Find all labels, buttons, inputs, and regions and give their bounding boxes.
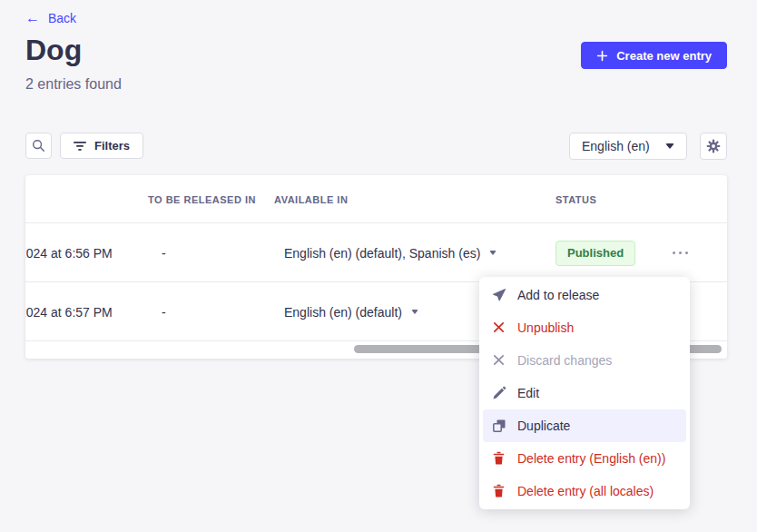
available-in-text: English (en) (default): [284, 305, 402, 320]
pencil-icon: [492, 386, 506, 400]
menu-item-label: Add to release: [517, 288, 599, 302]
cell-updated-at: 2024 at 6:56 PM: [25, 223, 113, 282]
plus-icon: [596, 50, 608, 62]
column-header-to-be-released-in: TO BE RELEASED IN: [148, 175, 256, 223]
menu-item-label: Edit: [517, 386, 539, 400]
table-row[interactable]: 2024 at 6:56 PM - English (en) (default)…: [25, 223, 727, 282]
paper-plane-icon: [492, 288, 506, 302]
cell-available-in: English (en) (default): [284, 282, 418, 341]
table-header-row: TO BE RELEASED IN AVAILABLE IN STATUS: [25, 175, 727, 223]
filters-button[interactable]: Filters: [60, 133, 143, 159]
search-button[interactable]: [25, 133, 52, 159]
back-link[interactable]: ← Back: [25, 11, 76, 25]
menu-item-add-to-release[interactable]: Add to release: [483, 279, 686, 311]
trash-icon: [492, 451, 506, 466]
page-title: Dog: [25, 34, 82, 67]
row-actions-context-menu: Add to release Unpublish Discard changes…: [479, 277, 690, 509]
column-header-available-in: AVAILABLE IN: [274, 175, 348, 223]
column-header-status: STATUS: [555, 175, 596, 223]
menu-item-label: Delete entry (English (en)): [517, 451, 665, 466]
chevron-down-icon[interactable]: [411, 310, 418, 314]
locale-select-value: English (en): [582, 139, 650, 153]
menu-item-label: Unpublish: [517, 320, 574, 335]
menu-item-delete-entry-all-locales[interactable]: Delete entry (all locales): [483, 475, 686, 507]
back-label: Back: [48, 11, 76, 25]
locale-select[interactable]: English (en): [569, 133, 687, 160]
menu-item-label: Delete entry (all locales): [517, 484, 654, 498]
create-new-entry-button[interactable]: Create new entry: [581, 42, 727, 69]
menu-item-label: Duplicate: [517, 419, 570, 433]
gear-icon: [706, 139, 721, 153]
arrow-left-icon: ←: [25, 11, 40, 25]
duplicate-icon: [492, 419, 506, 433]
search-icon: [32, 139, 45, 153]
cell-to-be-released-in: -: [162, 223, 166, 282]
create-new-entry-label: Create new entry: [616, 49, 712, 63]
menu-item-edit[interactable]: Edit: [483, 377, 686, 409]
menu-item-discard-changes[interactable]: Discard changes: [483, 344, 686, 377]
available-in-text: English (en) (default), Spanish (es): [284, 246, 480, 261]
entries-count: 2 entries found: [25, 76, 122, 93]
row-actions-button[interactable]: [669, 223, 692, 282]
cell-available-in: English (en) (default), Spanish (es): [284, 223, 496, 282]
trash-icon: [492, 484, 506, 498]
chevron-down-icon: [665, 143, 674, 149]
cross-icon: [492, 320, 506, 335]
status-badge: Published: [555, 241, 635, 266]
cell-status: Published: [555, 223, 635, 282]
filters-label: Filters: [94, 139, 130, 153]
settings-button[interactable]: [700, 133, 727, 160]
cell-updated-at: 2024 at 6:57 PM: [25, 282, 113, 341]
menu-item-unpublish[interactable]: Unpublish: [483, 311, 686, 344]
cross-icon: [492, 353, 506, 368]
cell-to-be-released-in: -: [162, 282, 166, 341]
filter-icon: [74, 141, 86, 152]
menu-item-delete-entry-locale[interactable]: Delete entry (English (en)): [483, 442, 686, 475]
menu-item-label: Discard changes: [517, 353, 612, 368]
menu-item-duplicate[interactable]: Duplicate: [483, 409, 686, 442]
chevron-down-icon[interactable]: [489, 251, 496, 255]
